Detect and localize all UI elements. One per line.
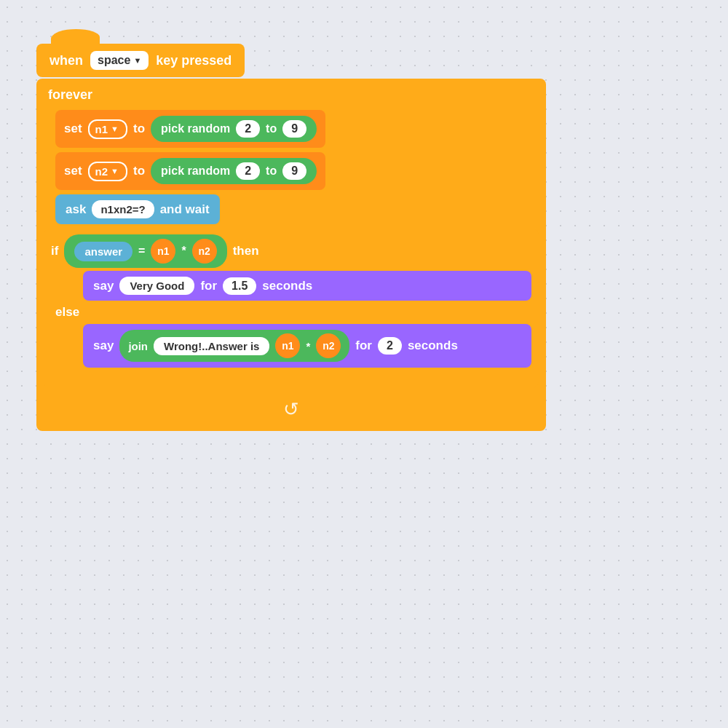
loop-arrow-icon: ↺	[283, 398, 299, 421]
n1-var-name: n1	[95, 123, 108, 135]
pick-random-1-block: pick random 2 to 9	[151, 116, 317, 142]
condition-block: answer = n1 * n2	[64, 234, 226, 268]
if-label: if	[51, 244, 58, 258]
set1-label: set	[64, 122, 82, 136]
if-else-block: if answer = n1 * n2 then say Very Good f…	[44, 229, 539, 388]
key-arrow: ▼	[133, 56, 141, 65]
when-label: when	[50, 53, 83, 68]
ask-label: ask	[66, 202, 86, 217]
set1-to-label: to	[133, 122, 145, 136]
wrong-msg[interactable]: Wrong!..Answer is	[154, 337, 269, 355]
say-false-for: for	[355, 339, 372, 353]
random2-from[interactable]: 2	[236, 162, 260, 180]
pick-random-2-label: pick random	[161, 165, 230, 178]
random1-to[interactable]: 9	[282, 120, 306, 138]
join-block: join Wrong!..Answer is n1 * n2	[119, 330, 349, 362]
key-selector[interactable]: space ▼	[90, 51, 149, 70]
set2-label: set	[64, 164, 82, 178]
forever-block: forever set n1 ▼ to pick random 2 to 9 s…	[36, 79, 546, 431]
n2-orange-pill: n2	[192, 239, 217, 264]
set-n1-block: set n1 ▼ to pick random 2 to 9	[55, 110, 325, 148]
equals-sign: =	[138, 245, 145, 258]
say-false-block: say join Wrong!..Answer is n1 * n2 for 2…	[83, 324, 531, 368]
set2-to-label: to	[133, 164, 145, 178]
multiply-join: *	[306, 340, 310, 352]
random1-from[interactable]: 2	[236, 120, 260, 138]
multiply-sign: *	[181, 245, 186, 258]
n1-orange-pill: n1	[151, 239, 175, 264]
n2-var-pill[interactable]: n2 ▼	[88, 162, 127, 181]
if-row: if answer = n1 * n2 then	[51, 234, 531, 268]
forever-label: forever	[44, 86, 539, 104]
hat-block: when space ▼ key pressed	[36, 44, 245, 77]
n1-join-pill: n1	[275, 333, 300, 358]
pick-random-1-label: pick random	[161, 122, 230, 135]
say-true-label: say	[93, 279, 114, 293]
pick-random-2-block: pick random 2 to 9	[151, 158, 317, 184]
if-body: say Very Good for 1.5 seconds	[51, 271, 531, 301]
n2-arrow: ▼	[111, 167, 119, 175]
ask-question[interactable]: n1xn2=?	[92, 200, 154, 218]
say-true-duration[interactable]: 1.5	[223, 277, 256, 295]
forever-bottom-arrow: ↺	[44, 392, 539, 424]
say-false-label: say	[93, 339, 114, 353]
and-wait-label: and wait	[160, 202, 210, 217]
random2-to[interactable]: 9	[282, 162, 306, 180]
say-true-message[interactable]: Very Good	[119, 277, 194, 295]
n2-var-name: n2	[95, 165, 108, 178]
then-label: then	[233, 244, 259, 258]
say-true-seconds: seconds	[262, 279, 312, 293]
n1-var-pill[interactable]: n1 ▼	[88, 119, 127, 139]
n2-join-pill: n2	[316, 333, 341, 358]
n1-arrow: ▼	[111, 124, 119, 133]
else-body: say join Wrong!..Answer is n1 * n2 for 2…	[51, 324, 531, 368]
else-label: else	[51, 304, 531, 321]
pick-random-1-to: to	[266, 122, 277, 135]
ask-block: ask n1xn2=? and wait	[55, 194, 220, 224]
say-true-block: say Very Good for 1.5 seconds	[83, 271, 531, 301]
set-n2-block: set n2 ▼ to pick random 2 to 9	[55, 152, 325, 190]
key-value: space	[98, 54, 130, 67]
say-false-duration[interactable]: 2	[378, 337, 402, 355]
pick-random-2-to: to	[266, 165, 277, 178]
answer-pill: answer	[74, 242, 132, 261]
join-label: join	[128, 340, 148, 352]
say-true-for: for	[200, 279, 217, 293]
say-false-seconds: seconds	[408, 339, 458, 353]
key-pressed-label: key pressed	[156, 53, 232, 68]
